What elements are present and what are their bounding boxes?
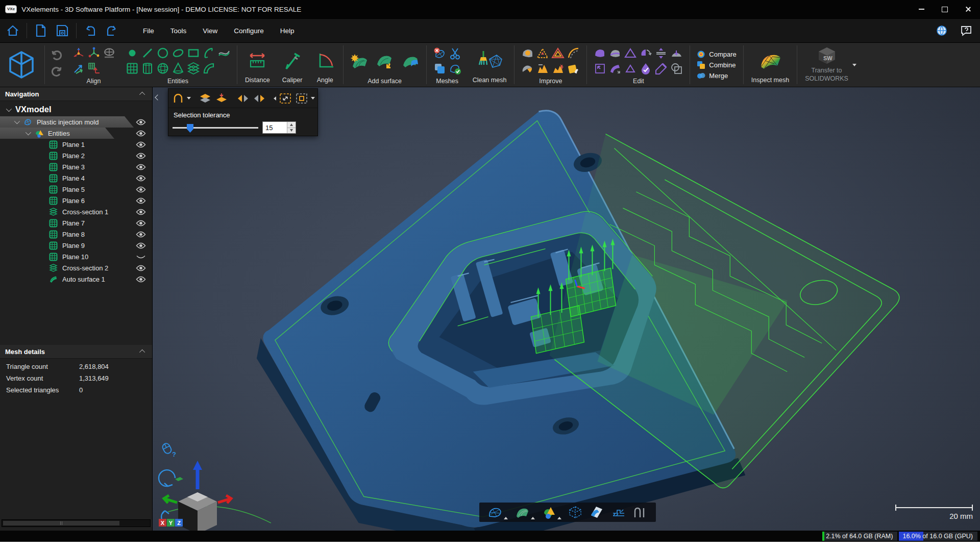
bounding-box-button[interactable]	[568, 505, 583, 519]
entity-point-button[interactable]	[125, 46, 139, 61]
angle-tool-button[interactable]: Angle	[309, 43, 341, 87]
caret-left-icon[interactable]	[274, 96, 276, 101]
maximize-button[interactable]	[933, 0, 957, 18]
redo-button[interactable]	[102, 21, 121, 40]
entity-arc-button[interactable]	[201, 46, 216, 61]
flip-normals-button[interactable]	[252, 91, 266, 106]
align-plane-axis-button[interactable]	[86, 61, 101, 76]
tree-item-cross-section-1[interactable]: Cross-section 1	[0, 206, 152, 217]
visibility-toggle[interactable]	[136, 209, 146, 215]
fill-holes-button[interactable]	[520, 46, 535, 61]
edit-small-triangle-button[interactable]	[623, 61, 638, 76]
visibility-toggle[interactable]	[136, 265, 146, 271]
spin-down-button[interactable]	[287, 128, 296, 134]
entity-circle-button[interactable]	[155, 46, 170, 61]
section-profile-button[interactable]	[611, 505, 626, 519]
smooth-boundary-button[interactable]	[566, 46, 581, 61]
surface-display-button[interactable]	[514, 505, 535, 519]
visibility-toggle[interactable]	[136, 197, 146, 204]
tree-item-plane-4[interactable]: Plane 4	[0, 172, 152, 184]
align-globe-button[interactable]	[102, 46, 116, 61]
visibility-toggle[interactable]	[136, 220, 146, 227]
edit-patch-button[interactable]	[593, 46, 607, 61]
tolerance-slider[interactable]	[173, 123, 258, 132]
distance-tool-button[interactable]: Distance	[239, 43, 276, 87]
edit-offset-button[interactable]	[654, 46, 669, 61]
menu-item-file[interactable]: File	[135, 23, 162, 39]
panel-collapse-button[interactable]	[156, 92, 160, 102]
entity-plane-button[interactable]	[125, 61, 139, 76]
tree-item-plane-8[interactable]: Plane 8	[0, 229, 152, 240]
menu-item-help[interactable]: Help	[272, 23, 303, 39]
remove-spikes-button[interactable]	[535, 61, 550, 76]
histogram-button[interactable]	[632, 505, 648, 519]
visibility-toggle[interactable]	[136, 254, 146, 260]
minimize-button[interactable]	[910, 0, 933, 18]
expand-chevron[interactable]	[14, 118, 20, 124]
manual-surface-button[interactable]	[375, 51, 395, 71]
network-button[interactable]	[932, 21, 951, 40]
selection-mode-caret[interactable]	[187, 97, 191, 99]
mesh-display-caret[interactable]	[504, 517, 508, 519]
entities-display-button[interactable]	[541, 505, 561, 519]
cut-mesh-button[interactable]	[448, 46, 462, 61]
slider-handle[interactable]	[187, 124, 193, 133]
entity-rectangle-button[interactable]	[186, 46, 201, 61]
section-plane-button[interactable]	[589, 505, 604, 519]
edit-boolean-button[interactable]	[669, 61, 684, 76]
defeature-button[interactable]	[520, 61, 535, 76]
mesh-display-button[interactable]	[487, 505, 508, 519]
align-prealign-button[interactable]	[71, 46, 86, 61]
visibility-toggle[interactable]	[136, 186, 146, 193]
navigation-header[interactable]: Navigation	[0, 87, 152, 101]
entity-polyline-button[interactable]	[216, 46, 231, 61]
edit-flip-button[interactable]	[639, 46, 653, 61]
ribbon-redo-button[interactable]	[51, 66, 63, 80]
menu-item-view[interactable]: View	[194, 23, 226, 39]
entity-sphere-button[interactable]	[155, 61, 170, 76]
visibility-toggle[interactable]	[136, 130, 146, 137]
tolerance-spinbox[interactable]: 15	[262, 121, 296, 134]
decimate-button[interactable]	[535, 46, 550, 61]
auto-surface-button[interactable]	[349, 51, 370, 71]
subdivide-button[interactable]	[551, 46, 566, 61]
delete-mesh-button[interactable]	[432, 46, 447, 61]
validate-mesh-button[interactable]	[448, 61, 462, 76]
inspect-mesh-button[interactable]: Inspect mesh	[745, 43, 795, 87]
align-bestfit-button[interactable]	[71, 61, 86, 76]
transfer-solidworks-button[interactable]: SW Transfer to SOLIDWORKS	[799, 43, 863, 87]
flip-selection-button[interactable]	[236, 91, 250, 106]
visibility-toggle[interactable]	[136, 141, 146, 148]
expand-chevron[interactable]	[6, 106, 12, 111]
panel-horizontal-scrollbar[interactable]	[2, 519, 151, 527]
lasso-selection-button[interactable]	[172, 91, 185, 106]
tree-item-plane-2[interactable]: Plane 2	[0, 150, 152, 161]
select-visible-button[interactable]	[214, 91, 229, 106]
entity-curve-button[interactable]	[201, 61, 216, 76]
new-session-button[interactable]	[31, 21, 51, 40]
entity-cross-section-button[interactable]	[186, 61, 201, 76]
grow-selection-button[interactable]	[278, 91, 292, 106]
select-through-button[interactable]	[198, 91, 212, 106]
edit-waterproof-button[interactable]	[639, 61, 653, 76]
tree-item-plastic-injection-mold[interactable]: Plastic injection mold	[0, 116, 152, 128]
sandpaper-button[interactable]	[566, 61, 581, 76]
visibility-toggle[interactable]	[136, 164, 146, 170]
ribbon-undo-button[interactable]	[51, 49, 63, 64]
edit-bend-button[interactable]	[608, 61, 623, 76]
tree-item-plane-5[interactable]: Plane 5	[0, 184, 152, 195]
visibility-toggle[interactable]	[136, 175, 146, 182]
entities-display-caret[interactable]	[557, 517, 561, 519]
visibility-toggle[interactable]	[136, 276, 146, 283]
edit-triangle-button[interactable]	[623, 46, 638, 61]
mouse-help-button[interactable]: ?	[160, 441, 178, 461]
edit-protractor-button[interactable]	[669, 46, 684, 61]
tree-item-entities[interactable]: Entities	[0, 128, 152, 139]
tree-item-auto-surface-1[interactable]: Auto surface 1	[0, 273, 152, 285]
caliper-tool-button[interactable]: Caliper	[276, 43, 309, 87]
edit-scale-button[interactable]	[593, 61, 607, 76]
merge-meshes-button[interactable]	[432, 61, 447, 76]
clean-mesh-button[interactable]: Clean mesh	[467, 43, 513, 87]
home-button[interactable]	[3, 21, 22, 40]
tree-item-plane-9[interactable]: Plane 9	[0, 240, 152, 251]
